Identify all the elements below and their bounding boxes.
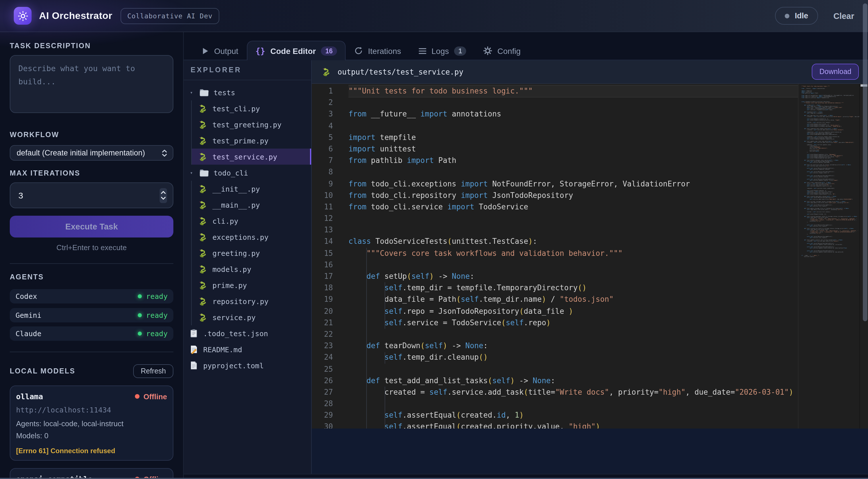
- ready-dot-icon: [138, 332, 142, 336]
- tree-item-icon: [189, 329, 198, 338]
- tab-logs[interactable]: Logs1: [410, 41, 475, 60]
- tree-file-service.py[interactable]: service.py: [191, 309, 311, 325]
- tab-config[interactable]: Config: [475, 41, 529, 60]
- indent-guide: [366, 248, 367, 429]
- tab-output[interactable]: Output: [193, 41, 247, 60]
- download-button[interactable]: Download: [812, 64, 859, 80]
- python-file-icon: [198, 297, 208, 306]
- tree-item-icon: [198, 184, 208, 194]
- tree-file-prime.py[interactable]: prime.py: [191, 277, 311, 293]
- code-minimap[interactable]: """Unit tests for todo business logic.""…: [798, 84, 859, 429]
- tree-file-test_service.py[interactable]: test_service.py: [191, 148, 311, 165]
- tree-file-test_prime.py[interactable]: test_prime.py: [191, 133, 311, 148]
- code-line-14: 14class TodoServiceTests(unittest.TestCa…: [312, 236, 868, 247]
- code-text: self.temp_dir = tempfile.TemporaryDirect…: [348, 282, 868, 294]
- tree-item-icon: [198, 119, 208, 129]
- number-spinner[interactable]: [160, 188, 167, 203]
- code-line-4: 4: [312, 120, 868, 132]
- code-line-6: 6import unittest: [312, 143, 868, 155]
- code-lines: 1"""Unit tests for todo business logic."…: [312, 85, 868, 429]
- page-scrollbar-thumb[interactable]: [863, 3, 867, 321]
- code-text: from todo_cli.exceptions import NotFound…: [348, 178, 868, 190]
- tree-file-test_cli.py[interactable]: test_cli.py: [191, 100, 311, 116]
- tree-file-models.py[interactable]: models.py: [191, 261, 311, 277]
- tree-file-pyproject.toml[interactable]: pyproject.toml: [184, 357, 311, 373]
- tree-file-repository.py[interactable]: repository.py: [191, 293, 311, 309]
- spinner-up-icon[interactable]: [161, 191, 166, 195]
- gear-icon: [484, 46, 492, 55]
- code-line-15: 15 """Covers core task workflows and val…: [312, 247, 868, 259]
- caret-down-icon[interactable]: ▾: [190, 90, 195, 95]
- tree-item-label: tests: [214, 88, 235, 97]
- code-text: """Unit tests for todo business logic.""…: [348, 85, 868, 97]
- tree-file-__main__.py[interactable]: __main__.py: [191, 197, 311, 213]
- tab-icon: [484, 46, 492, 55]
- tab-iterations[interactable]: Iterations: [346, 41, 410, 60]
- agent-name: Gemini: [16, 311, 41, 319]
- toml-file-icon: [189, 361, 198, 370]
- agent-row-claude: Claudeready: [10, 327, 174, 341]
- tree-item-label: __main__.py: [212, 201, 260, 209]
- tree-file-__init__.py[interactable]: __init__.py: [191, 181, 311, 197]
- tree-item-icon: [198, 232, 208, 242]
- tree-file-test_greeting.py[interactable]: test_greeting.py: [191, 116, 311, 133]
- workflow-select[interactable]: default (Create initial implementation): [10, 145, 174, 161]
- spinner-down-icon[interactable]: [161, 196, 166, 200]
- tree-file-exceptions.py[interactable]: exceptions.py: [191, 229, 311, 245]
- tree-item-label: test_cli.py: [212, 104, 260, 113]
- code-text: [348, 329, 868, 340]
- line-number: 1: [312, 85, 348, 97]
- execute-task-button[interactable]: Execute Task: [10, 216, 174, 238]
- python-file-icon: [198, 216, 208, 226]
- editor-file-bar: output/tests/test_service.py Download: [312, 60, 868, 84]
- status-dot-icon: [785, 13, 789, 18]
- tree-item-icon: [198, 296, 208, 306]
- line-number: 14: [312, 236, 348, 247]
- line-number: 13: [312, 225, 348, 236]
- code-line-8: 8: [312, 167, 868, 178]
- braces-icon: {}: [255, 46, 265, 55]
- agent-name: Codex: [16, 292, 37, 301]
- line-number: 7: [312, 155, 348, 166]
- code-text: def tearDown(self) -> None:: [348, 340, 868, 352]
- tree-item-icon: [199, 168, 209, 177]
- python-file-icon: [198, 232, 208, 241]
- code-text: self.service = TodoService(self.repo): [348, 317, 868, 329]
- tree-file-README.md[interactable]: README.md: [184, 341, 311, 357]
- ready-dot-icon: [138, 294, 142, 298]
- code-text: [348, 167, 868, 178]
- code-line-11: 11from todo_cli.service import TodoServi…: [312, 201, 868, 213]
- tree-file-greeting.py[interactable]: greeting.py: [191, 245, 311, 261]
- tree-item-label: greeting.py: [212, 249, 260, 257]
- line-number: 27: [312, 387, 348, 398]
- tab-code-editor[interactable]: {}Code Editor16: [247, 41, 346, 60]
- app-header: AI Orchestrator Collaborative AI Dev Idl…: [0, 0, 868, 32]
- code-text: created = self.service.add_task(title="W…: [348, 387, 868, 398]
- window-bottom-edge: [0, 478, 868, 479]
- tree-folder-todo_cli[interactable]: ▾todo_cli: [184, 165, 311, 181]
- line-number: 25: [312, 364, 348, 375]
- task-description-input[interactable]: [10, 55, 174, 113]
- max-iterations-input[interactable]: 3: [10, 182, 174, 208]
- tree-file-cli.py[interactable]: cli.py: [191, 213, 311, 229]
- editor-pane: output/tests/test_service.py Download 1"…: [312, 60, 868, 474]
- line-number: 9: [312, 178, 348, 190]
- code-line-17: 17 def setUp(self) -> None:: [312, 271, 868, 282]
- clear-button[interactable]: Clear: [833, 11, 854, 20]
- line-number: 2: [312, 97, 348, 108]
- code-editor-panel: EXPLORER ▾teststest_cli.pytest_greeting.…: [184, 60, 868, 474]
- model-agents: Agents: local-code, local-instructModels…: [16, 417, 167, 442]
- caret-down-icon[interactable]: ▾: [190, 170, 195, 175]
- tab-icon: [202, 47, 209, 55]
- code-editor[interactable]: 1"""Unit tests for todo business logic."…: [312, 84, 868, 429]
- agents-list: CodexreadyGeminireadyClaudeready: [10, 289, 174, 341]
- agent-status-group: ready: [138, 311, 167, 319]
- refresh-button[interactable]: Refresh: [133, 364, 174, 378]
- tree-folder-tests[interactable]: ▾tests: [184, 84, 311, 100]
- tree-item-icon: [198, 136, 208, 145]
- open-file-path: output/tests/test_service.py: [338, 67, 806, 76]
- tree-file-.todo_test.json[interactable]: .todo_test.json: [184, 325, 311, 341]
- agent-row-gemini: Geminiready: [10, 308, 174, 322]
- tree-item-label: prime.py: [212, 281, 247, 289]
- code-text: class TodoServiceTests(unittest.TestCase…: [348, 236, 868, 247]
